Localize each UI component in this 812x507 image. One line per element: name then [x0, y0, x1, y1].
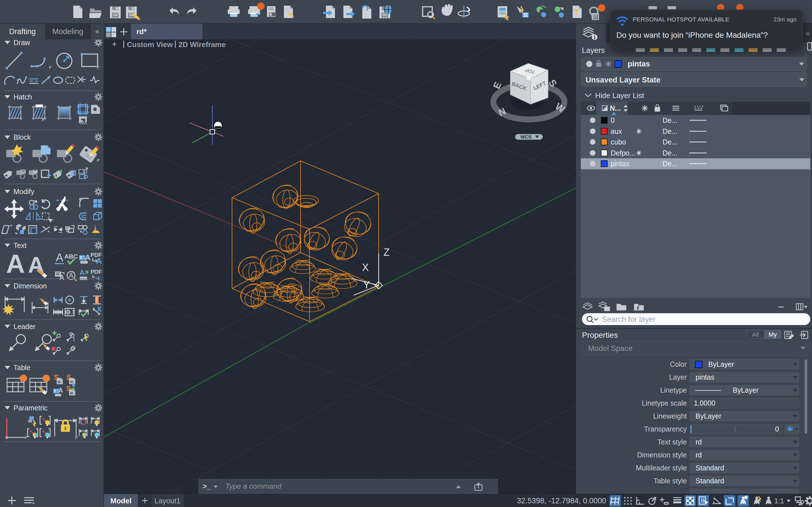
svg-text:aux: aux	[611, 127, 622, 135]
svg-text:N...: N...	[610, 104, 621, 112]
svg-text:A: A	[58, 386, 63, 394]
svg-text:A: A	[69, 272, 73, 279]
svg-text:Hatch: Hatch	[13, 93, 32, 101]
svg-text:Model: Model	[110, 497, 132, 505]
svg-text:A: A	[96, 257, 102, 265]
svg-text:Y: Y	[363, 279, 370, 291]
svg-text:Layout1: Layout1	[154, 497, 181, 505]
svg-text:Text: Text	[13, 241, 27, 249]
svg-text:A: A	[85, 253, 91, 262]
svg-text:cubo: cubo	[611, 138, 626, 146]
svg-text:Defpo...: Defpo...	[611, 149, 636, 157]
svg-text:Table: Table	[13, 363, 31, 372]
svg-text:32.5398, -12.7984, 0.0000: 32.5398, -12.7984, 0.0000	[517, 497, 606, 505]
svg-text:X: X	[362, 262, 369, 273]
svg-text:.1: .1	[70, 309, 74, 315]
svg-text:Modify: Modify	[13, 187, 35, 195]
svg-text:Leader: Leader	[13, 323, 36, 330]
svg-text:1:1: 1:1	[774, 497, 784, 505]
svg-text:De...: De...	[663, 160, 677, 168]
svg-text:pintas: pintas	[627, 60, 650, 68]
svg-text:De...: De...	[663, 138, 677, 146]
svg-text:De...: De...	[663, 116, 677, 124]
svg-text:X: X	[97, 305, 101, 313]
svg-text:A: A	[6, 249, 25, 278]
svg-text:A: A	[59, 273, 64, 282]
svg-text:Z: Z	[384, 246, 390, 258]
svg-text:0: 0	[611, 116, 615, 124]
svg-text:Draw: Draw	[13, 40, 30, 47]
svg-text:ABC: ABC	[64, 253, 78, 260]
svg-text:De...: De...	[663, 149, 677, 157]
svg-text:A: A	[80, 269, 84, 276]
svg-text:A: A	[56, 251, 63, 264]
svg-text:pintas: pintas	[611, 160, 629, 168]
svg-text:PDF: PDF	[91, 269, 102, 275]
svg-text:Dimension: Dimension	[13, 282, 47, 290]
svg-text:Parametric: Parametric	[13, 404, 48, 412]
svg-text:De...: De...	[663, 127, 677, 135]
svg-text:WCS: WCS	[520, 134, 532, 140]
svg-text:Block: Block	[13, 133, 31, 141]
